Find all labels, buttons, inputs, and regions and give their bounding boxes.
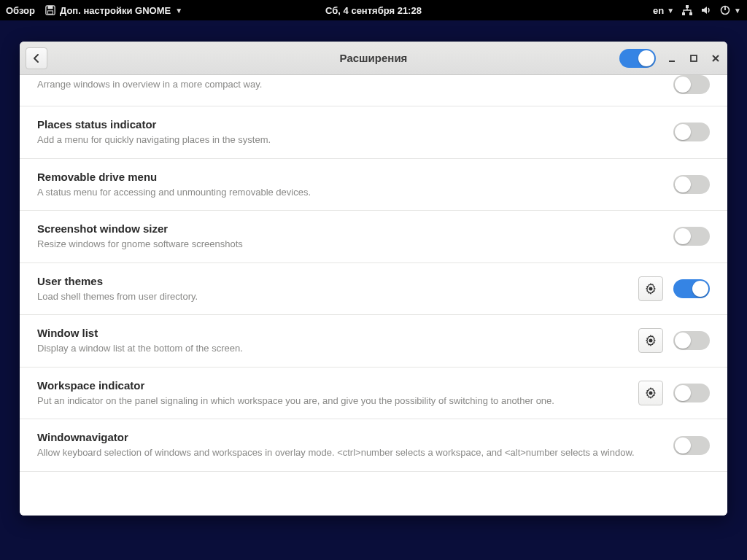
chevron-down-icon: ▼ xyxy=(175,7,182,15)
volume-icon[interactable] xyxy=(700,4,712,16)
titlebar: Расширения xyxy=(20,42,727,75)
extensions-window: Расширения Native window placementArrang… xyxy=(20,42,727,516)
back-button[interactable] xyxy=(26,47,47,69)
extension-description: Put an indicator on the panel signaling … xyxy=(37,394,628,408)
maximize-button[interactable] xyxy=(688,52,700,64)
extension-description: A status menu for accessing and unmounti… xyxy=(37,186,663,199)
extension-text: Removable drive menuA status menu for ac… xyxy=(37,171,663,199)
svg-rect-4 xyxy=(682,12,685,15)
extension-row-windownavigator: WindownavigatorAllow keyboard selection … xyxy=(20,419,727,472)
extension-toggle[interactable] xyxy=(673,384,710,402)
extension-row-removable-drive-menu: Removable drive menuA status menu for ac… xyxy=(20,159,727,211)
extension-row-user-themes: User themesLoad shell themes from user d… xyxy=(20,263,727,316)
svg-rect-1 xyxy=(48,6,53,9)
extension-row-places-status-indicator: Places status indicatorAdd a menu for qu… xyxy=(20,106,727,159)
clock[interactable]: Сб, 4 сентября 21:28 xyxy=(325,5,422,16)
extensions-list: Native window placementArrange windows i… xyxy=(20,75,727,516)
extension-text: Window listDisplay a window list at the … xyxy=(37,327,628,355)
extension-toggle[interactable] xyxy=(673,279,710,298)
extension-text: WindownavigatorAllow keyboard selection … xyxy=(37,431,663,459)
activities-button[interactable]: Обзор xyxy=(6,5,35,16)
extension-row-window-list: Window listDisplay a window list at the … xyxy=(20,315,727,368)
extension-description: Add a menu for quickly navigating places… xyxy=(37,133,663,147)
extension-row-native-window-placement: Native window placementArrange windows i… xyxy=(20,75,727,106)
system-menu[interactable]: ▼ xyxy=(719,4,741,16)
extension-text: Places status indicatorAdd a menu for qu… xyxy=(37,118,663,147)
svg-rect-5 xyxy=(689,12,692,15)
extension-toggle[interactable] xyxy=(673,122,710,141)
gear-icon xyxy=(645,335,657,346)
extension-description: Arrange windows in overview in a more co… xyxy=(37,78,663,91)
power-icon xyxy=(719,4,731,16)
svg-rect-9 xyxy=(691,55,697,61)
save-icon xyxy=(45,5,55,15)
close-icon xyxy=(711,54,720,63)
extension-description: Resize windows for gnome software screen… xyxy=(37,238,663,251)
extension-settings-button[interactable] xyxy=(638,276,663,301)
extension-name: Removable drive menu xyxy=(37,171,663,183)
extension-toggle[interactable] xyxy=(673,227,710,246)
extension-text: Native window placementArrange windows i… xyxy=(37,78,663,91)
extension-name: Window list xyxy=(37,327,628,339)
extension-text: User themesLoad shell themes from user d… xyxy=(37,275,628,303)
chevron-down-icon: ▼ xyxy=(667,7,674,15)
master-extensions-switch[interactable] xyxy=(619,49,656,68)
extension-text: Workspace indicatorPut an indicator on t… xyxy=(37,379,628,408)
extension-description: Allow keyboard selection of windows and … xyxy=(37,446,663,459)
extension-name: Windownavigator xyxy=(37,431,663,443)
app-menu-label: Доп. настройки GNOME xyxy=(60,5,171,16)
gnome-top-panel: Обзор Доп. настройки GNOME ▼ Сб, 4 сентя… xyxy=(0,0,747,20)
extension-name: User themes xyxy=(37,275,628,287)
close-button[interactable] xyxy=(710,52,721,64)
page-title: Расширения xyxy=(340,52,408,64)
extension-toggle[interactable] xyxy=(673,175,710,194)
extension-row-workspace-indicator: Workspace indicatorPut an indicator on t… xyxy=(20,368,727,420)
extension-name: Screenshot window sizer xyxy=(37,222,663,235)
svg-rect-2 xyxy=(48,11,53,14)
input-source-indicator[interactable]: en ▼ xyxy=(653,5,674,16)
gear-icon xyxy=(645,283,657,295)
extension-text: Screenshot window sizerResize windows fo… xyxy=(37,222,663,251)
extension-description: Load shell themes from user directory. xyxy=(37,290,628,303)
extension-name: Places status indicator xyxy=(37,118,663,131)
chevron-left-icon xyxy=(32,53,41,63)
minimize-button[interactable] xyxy=(666,52,678,64)
extension-toggle[interactable] xyxy=(673,331,710,350)
extension-name: Workspace indicator xyxy=(37,379,628,392)
extension-row-screenshot-window-sizer: Screenshot window sizerResize windows fo… xyxy=(20,211,727,263)
network-icon[interactable] xyxy=(681,4,693,16)
extension-toggle[interactable] xyxy=(673,436,710,455)
svg-rect-3 xyxy=(686,5,689,8)
extension-toggle[interactable] xyxy=(673,75,710,94)
app-menu[interactable]: Доп. настройки GNOME ▼ xyxy=(45,5,182,16)
extension-settings-button[interactable] xyxy=(638,328,663,353)
extension-description: Display a window list at the bottom of t… xyxy=(37,342,628,355)
gear-icon xyxy=(645,387,657,399)
extension-settings-button[interactable] xyxy=(638,381,663,405)
chevron-down-icon: ▼ xyxy=(734,7,741,15)
